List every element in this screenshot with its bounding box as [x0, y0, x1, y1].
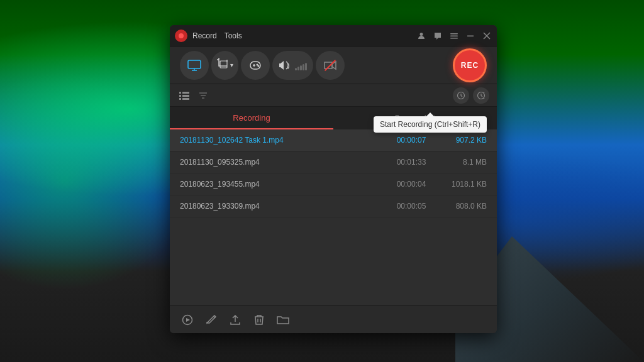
- sort-button[interactable]: [196, 89, 210, 102]
- crop-button[interactable]: ▾: [211, 51, 238, 80]
- file-row-1[interactable]: 20181130_095325.mp4 00:01:33 8.1 MB: [170, 151, 497, 173]
- svg-rect-10: [220, 61, 227, 68]
- schedule-button[interactable]: [473, 87, 489, 104]
- user-icon[interactable]: [416, 31, 426, 41]
- svg-point-14: [258, 65, 259, 67]
- bottom-toolbar: [170, 305, 497, 333]
- svg-rect-1: [450, 33, 458, 35]
- file-duration-3: 00:00:05: [386, 202, 436, 211]
- hamburger-icon[interactable]: [449, 31, 459, 41]
- screen-capture-button[interactable]: [180, 51, 209, 80]
- edit-button[interactable]: [204, 312, 219, 327]
- upload-button[interactable]: [228, 312, 243, 327]
- history-button[interactable]: [453, 87, 469, 104]
- svg-point-13: [257, 64, 258, 65]
- game-capture-button[interactable]: [241, 51, 270, 80]
- menu-bar: Record Tools: [192, 31, 416, 40]
- file-name-0: 20181130_102642 Task 1.mp4: [180, 136, 386, 145]
- menu-record[interactable]: Record: [192, 31, 217, 40]
- play-button[interactable]: [180, 312, 195, 327]
- svg-rect-17: [179, 95, 181, 97]
- file-name-1: 20181130_095325.mp4: [180, 158, 386, 167]
- main-toolbar: ▾: [170, 47, 497, 84]
- secondary-toolbar: [170, 84, 497, 107]
- svg-rect-18: [182, 95, 189, 97]
- chat-icon[interactable]: [433, 31, 443, 41]
- tab-recording[interactable]: Recording: [170, 107, 333, 129]
- svg-rect-16: [182, 92, 189, 94]
- file-duration-2: 00:00:04: [386, 180, 436, 189]
- file-list: 20181130_102642 Task 1.mp4 00:00:07 907.…: [170, 129, 497, 305]
- svg-rect-20: [182, 98, 189, 100]
- svg-rect-15: [179, 92, 181, 94]
- app-window: Record Tools: [170, 25, 497, 333]
- svg-point-0: [420, 33, 423, 36]
- minimize-button[interactable]: [465, 31, 475, 41]
- rec-button-container: REC Start Recording (Ctrl+Shift+R): [453, 48, 487, 82]
- file-row-3[interactable]: 20180623_193309.mp4 00:00:05 808.0 KB: [170, 195, 497, 217]
- folder-button[interactable]: [275, 312, 291, 327]
- recording-tooltip: Start Recording (Ctrl+Shift+R): [374, 116, 487, 133]
- file-size-2: 1018.1 KB: [436, 180, 487, 189]
- menu-tools[interactable]: Tools: [225, 31, 242, 40]
- delete-button[interactable]: [252, 312, 267, 327]
- svg-rect-7: [188, 60, 201, 69]
- file-size-3: 808.0 KB: [436, 202, 487, 211]
- time-buttons: [453, 87, 489, 104]
- crop-icon: [216, 57, 229, 73]
- crop-arrow-icon: ▾: [230, 62, 233, 69]
- file-size-1: 8.1 MB: [436, 158, 487, 167]
- file-duration-0: 00:00:07: [386, 136, 436, 145]
- window-controls: [416, 31, 492, 41]
- file-row-0[interactable]: 20181130_102642 Task 1.mp4 00:00:07 907.…: [170, 129, 497, 151]
- webcam-button[interactable]: [316, 51, 345, 80]
- svg-rect-4: [467, 35, 474, 36]
- file-size-0: 907.2 KB: [436, 136, 487, 145]
- svg-rect-2: [450, 35, 458, 36]
- list-view-button[interactable]: [177, 89, 191, 102]
- volume-control[interactable]: [272, 51, 313, 80]
- start-recording-button[interactable]: REC: [453, 48, 487, 82]
- svg-rect-19: [179, 98, 181, 100]
- file-row-2[interactable]: 20180623_193455.mp4 00:00:04 1018.1 KB: [170, 173, 497, 195]
- svg-rect-3: [450, 38, 458, 39]
- title-bar: Record Tools: [170, 25, 497, 47]
- file-name-3: 20180623_193309.mp4: [180, 202, 386, 211]
- file-duration-1: 00:01:33: [386, 158, 436, 167]
- close-button[interactable]: [482, 31, 492, 41]
- file-name-2: 20180623_193455.mp4: [180, 180, 386, 189]
- app-logo: [175, 30, 187, 42]
